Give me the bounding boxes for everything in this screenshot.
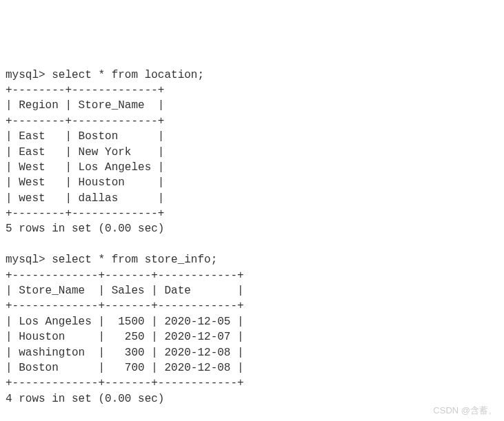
table-border: +--------+-------------+	[6, 84, 164, 96]
table-border: +--------+-------------+	[6, 115, 164, 127]
watermark-text: CSDN @含蓄。	[433, 404, 497, 417]
table-row: | Houston | 250 | 2020-12-07 |	[6, 331, 244, 343]
sql-prompt: mysql>	[6, 69, 46, 81]
table-row: | washington | 300 | 2020-12-08 |	[6, 347, 244, 359]
terminal-output: mysql> select * from location; +--------…	[6, 68, 498, 421]
table-border: +-------------+-------+------------+	[6, 269, 244, 282]
table-row: | East | New York |	[6, 146, 164, 158]
sql-command: select * from location;	[52, 69, 204, 81]
result-summary: 5 rows in set (0.00 sec)	[6, 223, 164, 235]
table-row: | West | Houston |	[6, 176, 164, 189]
table-row: | west | dallas |	[6, 192, 164, 205]
table-header: | Region | Store_Name |	[6, 99, 164, 112]
table-header: | Store_Name | Sales | Date |	[6, 285, 244, 297]
table-border: +-------------+-------+------------+	[6, 300, 244, 312]
table-border: +-------------+-------+------------+	[6, 377, 244, 389]
table-row: | Boston | 700 | 2020-12-08 |	[6, 362, 244, 374]
sql-command: select * from store_info;	[52, 254, 217, 266]
result-summary: 4 rows in set (0.00 sec)	[6, 393, 164, 405]
table-border: +--------+-------------+	[6, 207, 164, 220]
sql-prompt: mysql>	[6, 254, 46, 266]
table-row: | West | Los Angeles |	[6, 161, 164, 174]
table-row: | Los Angeles | 1500 | 2020-12-05 |	[6, 316, 244, 328]
table-row: | East | Boston |	[6, 130, 164, 143]
